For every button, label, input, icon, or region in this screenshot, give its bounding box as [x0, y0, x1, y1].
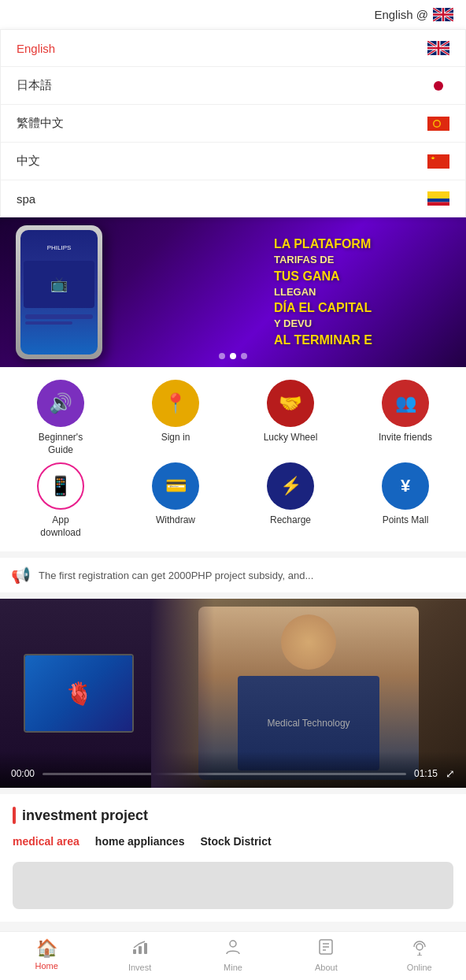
- video-person-area: Medical Technology: [151, 599, 466, 788]
- grid-item-recharge[interactable]: ⚡ Recharge: [236, 462, 345, 539]
- svg-rect-11: [427, 202, 449, 206]
- lang-selector[interactable]: English @: [374, 8, 453, 21]
- svg-point-17: [416, 944, 423, 950]
- hero-line-5: DÍA EL CAPITAL: [274, 299, 453, 317]
- nav-invest[interactable]: Invest: [109, 938, 172, 972]
- recharge-label: Recharge: [270, 514, 311, 527]
- grid-item-lucky-wheel[interactable]: 🤝 Lucky Wheel: [236, 380, 345, 456]
- lang-option-japanese[interactable]: 日本語: [1, 67, 465, 105]
- lang-header: English @: [0, 0, 466, 29]
- hero-phone-screen: PHILIPS 📺: [20, 230, 98, 355]
- hk-flag-icon: [427, 117, 449, 131]
- online-icon: [411, 938, 428, 960]
- svg-rect-9: [427, 191, 449, 199]
- withdraw-label: Withdraw: [156, 514, 195, 527]
- hero-line-4: LLEGAN: [274, 285, 453, 299]
- jp-flag-icon: [427, 79, 449, 93]
- grid-item-sign-in[interactable]: 📍 Sign in: [121, 380, 230, 456]
- svg-point-15: [230, 941, 236, 947]
- investment-title: investment project: [22, 807, 148, 824]
- icon-grid: 🔊 Beginner'sGuide 📍 Sign in 🤝 Lucky Whee…: [0, 367, 466, 551]
- nav-home-label: Home: [35, 961, 58, 971]
- beginners-guide-icon: 🔊: [37, 380, 84, 427]
- about-icon: [317, 938, 335, 960]
- dot-2[interactable]: [230, 353, 236, 359]
- video-screen: 🫀: [24, 654, 134, 733]
- cn-flag-icon: [427, 154, 449, 169]
- points-mall-label: Points Mall: [383, 514, 429, 527]
- grid-item-beginners-guide[interactable]: 🔊 Beginner'sGuide: [6, 380, 115, 456]
- hero-banner: PHILIPS 📺 LA PLATAFORM TARIFAS DE TUS GA…: [0, 217, 466, 367]
- svg-rect-7: [427, 154, 449, 169]
- lucky-wheel-label: Lucky Wheel: [264, 432, 318, 444]
- nav-home[interactable]: 🏠 Home: [15, 938, 78, 972]
- svg-point-6: [435, 121, 440, 126]
- lang-zh-cn-label: 中文: [17, 154, 40, 169]
- nav-mine[interactable]: Mine: [202, 938, 264, 972]
- co-flag-icon: [427, 191, 449, 206]
- nav-about-label: About: [315, 963, 338, 972]
- card-preview: [13, 862, 453, 909]
- banner-dots: [219, 353, 247, 359]
- marquee-bar: 📢 The first registration can get 2000PHP…: [0, 558, 466, 592]
- app-download-label: Appdownload: [40, 514, 80, 539]
- mine-icon: [224, 938, 242, 960]
- home-icon: 🏠: [36, 938, 57, 959]
- lang-option-zh-cn[interactable]: 中文: [1, 143, 465, 180]
- svg-rect-14: [144, 943, 147, 954]
- cat-tab-stock[interactable]: Stock District: [200, 835, 271, 851]
- video-section[interactable]: 🫀 Medical Technology 00:00 01:15 ⤢: [0, 599, 466, 788]
- hero-line-2: TARIFAS DE: [274, 253, 453, 267]
- lang-label: English @: [374, 8, 428, 21]
- svg-rect-12: [133, 949, 136, 954]
- recharge-icon: ⚡: [267, 462, 314, 510]
- video-current-time: 00:00: [11, 768, 35, 779]
- lang-option-zh-tw[interactable]: 繁體中文: [1, 105, 465, 143]
- hero-phone: PHILIPS 📺: [16, 225, 102, 359]
- nav-mine-label: Mine: [224, 963, 242, 972]
- hero-line-6: Y DEVU: [274, 317, 453, 331]
- megaphone-icon: 📢: [11, 566, 31, 585]
- nav-invest-label: Invest: [128, 963, 151, 972]
- dot-1[interactable]: [219, 353, 225, 359]
- cat-tab-appliances[interactable]: home appliances: [95, 835, 185, 851]
- dot-3[interactable]: [241, 353, 247, 359]
- svg-point-3: [434, 81, 443, 91]
- hero-line-1: LA PLATAFORM: [274, 236, 453, 253]
- category-tabs: medical area home appliances Stock Distr…: [13, 835, 453, 851]
- bottom-nav: 🏠 Home Invest Mine Ab: [0, 931, 466, 977]
- lang-spa-label: spa: [17, 192, 35, 206]
- uk-flag-small: [427, 41, 449, 55]
- lang-english-label: English: [17, 42, 55, 55]
- svg-rect-13: [139, 946, 142, 954]
- red-bar-decoration: [13, 807, 16, 824]
- grid-item-withdraw[interactable]: 💳 Withdraw: [121, 462, 230, 539]
- grid-item-points-mall[interactable]: ¥ Points Mall: [351, 462, 460, 539]
- lang-japanese-label: 日本語: [17, 78, 52, 93]
- sign-in-icon: 📍: [152, 380, 199, 427]
- svg-rect-10: [427, 199, 449, 202]
- grid-item-invite-friends[interactable]: 👥 Invite friends: [351, 380, 460, 456]
- hero-text: LA PLATAFORM TARIFAS DE TUS GANA LLEGAN …: [261, 217, 466, 367]
- sign-in-label: Sign in: [161, 432, 190, 444]
- invest-icon: [131, 938, 149, 960]
- invite-friends-label: Invite friends: [379, 432, 432, 444]
- nav-about[interactable]: About: [294, 938, 357, 972]
- marquee-text: The first registration can get 2000PHP p…: [39, 570, 313, 581]
- section-title: investment project: [13, 807, 453, 824]
- lang-zh-tw-label: 繁體中文: [17, 116, 64, 131]
- grid-item-app-download[interactable]: 📱 Appdownload: [6, 462, 115, 539]
- points-mall-icon: ¥: [382, 462, 429, 510]
- lang-option-english[interactable]: English: [1, 30, 465, 67]
- lang-dropdown: English 日本語 繁體中文 中文 spa: [0, 29, 466, 217]
- lucky-wheel-icon: 🤝: [267, 380, 314, 427]
- withdraw-icon: 💳: [152, 462, 199, 510]
- uk-flag-icon: [433, 8, 453, 21]
- investment-section: investment project medical area home app…: [0, 794, 466, 922]
- cat-tab-medical[interactable]: medical area: [13, 835, 80, 851]
- nav-online[interactable]: Online: [388, 938, 451, 972]
- hero-line-3: TUS GANA: [274, 268, 453, 285]
- invite-friends-icon: 👥: [382, 380, 429, 427]
- app-download-icon: 📱: [37, 462, 84, 510]
- lang-option-spa[interactable]: spa: [1, 180, 465, 217]
